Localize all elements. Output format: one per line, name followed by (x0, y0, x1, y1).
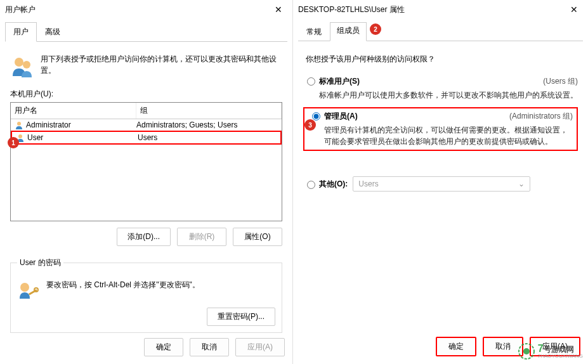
cell-group: Administrators; Guests; Users (136, 120, 278, 129)
watermark: 7号游戏网 7HAOYOUXIWANG (518, 342, 583, 360)
svg-point-2 (17, 122, 21, 126)
svg-point-8 (523, 348, 530, 354)
tab-bar: 常规 组成员 (298, 22, 583, 41)
watermark-logo-icon (518, 342, 535, 360)
ok-button[interactable]: 确定 (436, 337, 476, 356)
ok-button[interactable]: 确定 (144, 338, 183, 356)
user-icon (15, 120, 23, 129)
password-fieldset: User 的密码 要改密码，按 Ctrl-Alt-Del 并选择"更改密码"。 … (10, 257, 282, 333)
annotation-badge-1: 1 (8, 137, 19, 148)
add-button[interactable]: 添加(D)... (117, 228, 171, 246)
radio-input-admin[interactable] (312, 112, 320, 120)
tab-advanced[interactable]: 高级 (37, 22, 69, 42)
radio-title: 标准用户(S) (319, 76, 360, 87)
other-group-dropdown[interactable]: Users ⌄ (353, 176, 530, 192)
table-row[interactable]: User Users (11, 131, 282, 145)
radio-input-standard[interactable] (307, 77, 315, 86)
radio-description: 标准帐户用户可以使用大多数软件，并可以更改不影响其他用户的系统设置。 (319, 89, 578, 101)
radio-group: 标准用户(S) (Users 组) 标准帐户用户可以使用大多数软件，并可以更改不… (303, 76, 578, 192)
dialog-button-row: 确定 取消 应用(A) (144, 338, 285, 356)
cancel-button[interactable]: 取消 (190, 338, 229, 356)
table-row[interactable]: Administrator Administrators; Guests; Us… (11, 119, 282, 131)
table-button-row: 添加(D)... 删除(R) 属性(O) (10, 228, 282, 246)
password-legend: User 的密码 (17, 257, 63, 268)
reset-password-button[interactable]: 重置密码(P)... (207, 308, 275, 326)
cell-username: User (27, 133, 43, 142)
radio-other[interactable]: 其他(O): Users ⌄ (303, 176, 578, 192)
column-username[interactable]: 用户名 (11, 103, 136, 119)
radio-standard-user[interactable]: 标准用户(S) (Users 组) 标准帐户用户可以使用大多数软件，并可以更改不… (303, 76, 578, 101)
users-table[interactable]: 用户名 组 Administrator Administrators; Gues… (10, 102, 282, 221)
key-icon (17, 280, 40, 302)
svg-point-0 (15, 58, 23, 67)
user-accounts-dialog: 用户帐户 ✕ 用户 高级 用下列表授予或拒绝用户访问你的计算机，还可以更改其密码… (0, 0, 293, 364)
watermark-subtext: 7HAOYOUXIWANG (538, 354, 583, 359)
radio-hint: (Users 组) (543, 76, 578, 87)
svg-point-4 (20, 283, 29, 292)
local-users-label: 本机用户(U): (10, 89, 282, 100)
table-header: 用户名 组 (11, 103, 282, 119)
radio-title: 其他(O): (319, 179, 348, 190)
watermark-text: 7号游戏网 (538, 344, 583, 354)
remove-button[interactable]: 删除(R) (177, 228, 226, 246)
svg-point-1 (23, 61, 30, 68)
dialog-title: 用户帐户 (5, 4, 36, 15)
users-icon (10, 53, 36, 79)
dropdown-value: Users (358, 179, 378, 188)
tab-content: 用下列表授予或拒绝用户访问你的计算机，还可以更改其密码和其他设置。 本机用户(U… (0, 42, 292, 339)
titlebar: 用户帐户 ✕ (0, 0, 292, 19)
annotation-badge-2: 2 (370, 23, 381, 35)
tab-bar: 用户 高级 (5, 22, 287, 42)
table-body: Administrator Administrators; Guests; Us… (11, 119, 282, 221)
user-properties-dialog: DESKTOP-82TLHLS\User 属性 ✕ 常规 组成员 你想授予该用户… (293, 0, 588, 364)
radio-administrator[interactable]: 管理员(A) (Administrators 组) 管理员有计算机的完全访问权，… (308, 111, 573, 147)
question-text: 你想授予该用户何种级别的访问权限？ (306, 54, 575, 65)
radio-description: 管理员有计算机的完全访问权，可以做任何需要的更改。根据通知设置，可能会要求管理员… (324, 124, 573, 147)
radio-admin-highlight: 管理员(A) (Administrators 组) 管理员有计算机的完全访问权，… (303, 107, 578, 151)
chevron-down-icon: ⌄ (518, 179, 525, 188)
svg-point-3 (18, 134, 22, 138)
radio-title: 管理员(A) (324, 111, 358, 122)
properties-button[interactable]: 属性(O) (233, 228, 282, 246)
intro-text: 用下列表授予或拒绝用户访问你的计算机，还可以更改其密码和其他设置。 (41, 53, 282, 76)
titlebar: DESKTOP-82TLHLS\User 属性 ✕ (293, 0, 588, 19)
annotation-badge-3: 3 (304, 119, 316, 131)
tab-user[interactable]: 用户 (5, 22, 37, 42)
close-icon[interactable]: ✕ (270, 2, 287, 17)
cell-username: Administrator (26, 120, 71, 129)
tab-membership[interactable]: 组成员 (330, 22, 367, 41)
dialog-title: DESKTOP-82TLHLS\User 属性 (298, 4, 405, 15)
password-text: 要改密码，按 Ctrl-Alt-Del 并选择"更改密码"。 (46, 280, 200, 290)
intro-row: 用下列表授予或拒绝用户访问你的计算机，还可以更改其密码和其他设置。 (10, 53, 282, 79)
tab-general[interactable]: 常规 (298, 22, 330, 41)
radio-input-other[interactable] (307, 181, 315, 189)
radio-hint: (Administrators 组) (509, 111, 573, 122)
column-group[interactable]: 组 (136, 103, 282, 119)
apply-button[interactable]: 应用(A) (235, 338, 285, 356)
cell-group: Users (138, 133, 277, 142)
close-icon[interactable]: ✕ (565, 2, 583, 17)
tab-content: 你想授予该用户何种级别的访问权限？ 标准用户(S) (Users 组) 标准帐户… (293, 41, 588, 204)
